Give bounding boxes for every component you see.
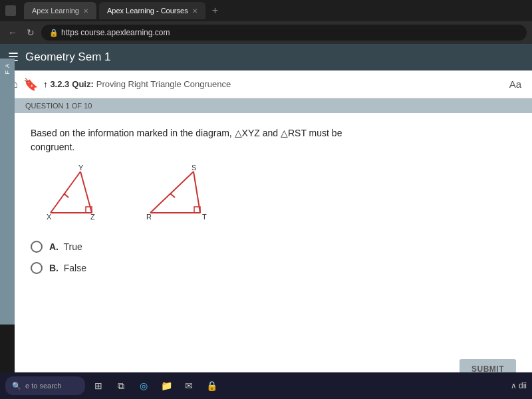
app-header: ☰ Geometry Sem 1 bbox=[0, 44, 532, 70]
triangle-rst-svg: S R T bbox=[144, 165, 217, 225]
taskbar-explorer-btn[interactable]: 📁 bbox=[157, 376, 176, 395]
quiz-header-left: ⌂ 🔖 ↑ 3.2.3 Quiz: Proving Right Triangle… bbox=[11, 77, 503, 92]
svg-text:T: T bbox=[202, 213, 207, 221]
tab-label-1: Apex Learning bbox=[32, 7, 79, 15]
window-btn bbox=[5, 5, 16, 16]
radio-b[interactable] bbox=[31, 262, 43, 274]
quiz-header: ⌂ 🔖 ↑ 3.2.3 Quiz: Proving Right Triangle… bbox=[0, 70, 532, 98]
mail-icon: ✉ bbox=[185, 380, 193, 391]
answer-option-b[interactable]: B. False bbox=[31, 262, 516, 274]
shield-icon: 🔒 bbox=[206, 380, 217, 391]
question-content: Based on the information marked in the d… bbox=[15, 113, 532, 354]
tab-bar: Apex Learning ✕ Apex Learning - Courses … bbox=[0, 0, 532, 21]
taskbar: 🔍 e to search ⊞ ⧉ ◎ 📁 ✉ 🔒 ∧ dii bbox=[0, 372, 532, 399]
bookmark-icon[interactable]: 🔖 bbox=[23, 77, 38, 92]
answer-option-a[interactable]: A. True bbox=[31, 241, 516, 253]
quiz-number: 3.2.3 bbox=[50, 79, 69, 89]
app-title: Geometry Sem 1 bbox=[25, 51, 524, 64]
tab-close-1[interactable]: ✕ bbox=[83, 7, 88, 15]
taskbar-right: ∧ dii bbox=[511, 381, 527, 390]
svg-line-10 bbox=[150, 172, 194, 213]
svg-line-4 bbox=[64, 194, 68, 198]
address-bar: ← ↻ 🔒 https course.apexlearning.com bbox=[0, 21, 532, 44]
main-content: QUESTION 1 OF 10 Based on the informatio… bbox=[15, 98, 532, 384]
triangle-rst: S R T bbox=[144, 165, 217, 227]
refresh-btn[interactable]: ↻ bbox=[24, 26, 37, 39]
explorer-icon: 📁 bbox=[161, 380, 172, 391]
svg-text:Z: Z bbox=[90, 213, 95, 221]
taskbar-mail-btn[interactable]: ✉ bbox=[180, 376, 198, 395]
svg-line-12 bbox=[170, 194, 175, 198]
task-view-icon: ⧉ bbox=[118, 380, 124, 392]
edge-icon: ◎ bbox=[140, 380, 148, 391]
taskbar-windows-btn[interactable]: ⊞ bbox=[89, 376, 108, 395]
browser-frame: Apex Learning ✕ Apex Learning - Courses … bbox=[0, 0, 532, 399]
tab-apex-courses[interactable]: Apex Learning - Courses ✕ bbox=[99, 2, 205, 19]
svg-text:S: S bbox=[192, 164, 196, 172]
answer-label-b: B. False bbox=[49, 263, 86, 273]
taskbar-search[interactable]: 🔍 e to search bbox=[5, 376, 85, 395]
svg-text:X: X bbox=[47, 213, 52, 221]
text-size-icon[interactable]: Aa bbox=[509, 78, 521, 90]
search-icon: 🔍 bbox=[12, 382, 21, 390]
tab-apex-learning[interactable]: Apex Learning ✕ bbox=[24, 2, 96, 19]
question-text-part1: Based on the information marked in the d… bbox=[31, 128, 342, 138]
radio-a[interactable] bbox=[31, 241, 43, 253]
quiz-title: Proving Right Triangle Congruence bbox=[96, 79, 231, 89]
quiz-type: Quiz: bbox=[72, 79, 94, 89]
taskbar-search-text: e to search bbox=[25, 382, 61, 390]
side-panel-left: A F bbox=[0, 59, 15, 325]
answer-letter-b: B. bbox=[49, 263, 59, 273]
quiz-breadcrumb: ↑ 3.2.3 Quiz: Proving Right Triangle Con… bbox=[43, 79, 231, 89]
question-text: Based on the information marked in the d… bbox=[31, 126, 516, 154]
sys-tray-text: ∧ dii bbox=[511, 381, 527, 390]
back-btn[interactable]: ← bbox=[5, 26, 20, 39]
lock-icon: 🔒 bbox=[49, 29, 59, 37]
breadcrumb-arrow: ↑ bbox=[43, 79, 48, 89]
side-label-a: A bbox=[4, 64, 11, 68]
svg-text:R: R bbox=[146, 213, 152, 221]
answer-label-a: A. True bbox=[49, 241, 82, 252]
triangle-xyz-svg: Y X Z bbox=[44, 165, 117, 225]
url-field[interactable]: 🔒 https course.apexlearning.com bbox=[41, 25, 527, 41]
answer-text-b: False bbox=[64, 263, 86, 273]
side-label-f: F bbox=[4, 70, 11, 74]
taskbar-edge-btn[interactable]: ◎ bbox=[134, 376, 153, 395]
answer-text-a: True bbox=[64, 241, 82, 252]
url-text: https course.apexlearning.com bbox=[61, 28, 170, 37]
question-bar: QUESTION 1 OF 10 bbox=[15, 98, 532, 113]
triangle-xyz: Y X Z bbox=[44, 165, 117, 227]
question-counter: QUESTION 1 OF 10 bbox=[25, 102, 92, 110]
triangles-diagram: Y X Z bbox=[44, 165, 516, 227]
windows-icon: ⊞ bbox=[94, 380, 102, 391]
new-tab-btn[interactable]: + bbox=[208, 5, 222, 17]
tab-close-2[interactable]: ✕ bbox=[192, 7, 198, 15]
answer-options: A. True B. False bbox=[31, 241, 516, 274]
taskbar-task-view-btn[interactable]: ⧉ bbox=[112, 376, 130, 395]
taskbar-lock-btn[interactable]: 🔒 bbox=[202, 376, 221, 395]
question-text-part2: congruent. bbox=[31, 142, 74, 152]
svg-text:Y: Y bbox=[78, 164, 84, 172]
answer-letter-a: A. bbox=[49, 241, 59, 252]
svg-line-1 bbox=[51, 172, 80, 213]
tab-label-2: Apex Learning - Courses bbox=[107, 7, 188, 15]
